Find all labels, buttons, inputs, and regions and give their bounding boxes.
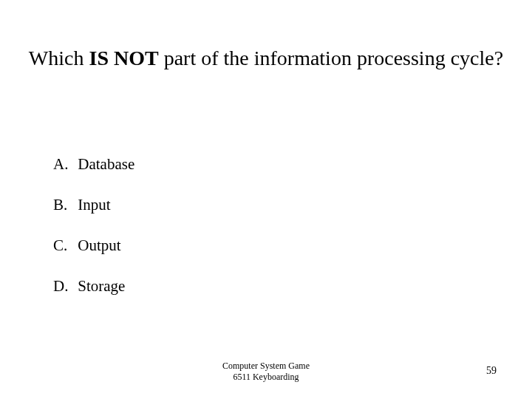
answer-options: A. Database B. Input C. Output D. Storag… [53,155,134,318]
question-title: Which IS NOT part of the information pro… [0,44,532,72]
option-a[interactable]: A. Database [53,155,134,174]
option-b[interactable]: B. Input [53,196,134,214]
option-d-letter: D. [53,277,74,296]
option-c[interactable]: C. Output [53,236,134,255]
footer-line1: Computer System Game [0,361,532,372]
title-pre: Which [29,47,89,69]
option-a-text: Database [78,155,134,173]
footer-line2: 6511 Keyboarding [0,372,532,383]
option-c-letter: C. [53,236,74,255]
option-c-text: Output [78,236,120,254]
slide: Which IS NOT part of the information pro… [0,0,532,399]
option-b-text: Input [78,196,110,214]
title-emph: IS NOT [89,47,158,69]
footer-center: Computer System Game 6511 Keyboarding [0,361,532,383]
option-d[interactable]: D. Storage [53,277,134,296]
option-a-letter: A. [53,155,74,174]
option-b-letter: B. [53,196,74,214]
title-post: part of the information processing cycle… [159,47,504,69]
page-number: 59 [486,365,497,377]
option-d-text: Storage [78,277,125,295]
